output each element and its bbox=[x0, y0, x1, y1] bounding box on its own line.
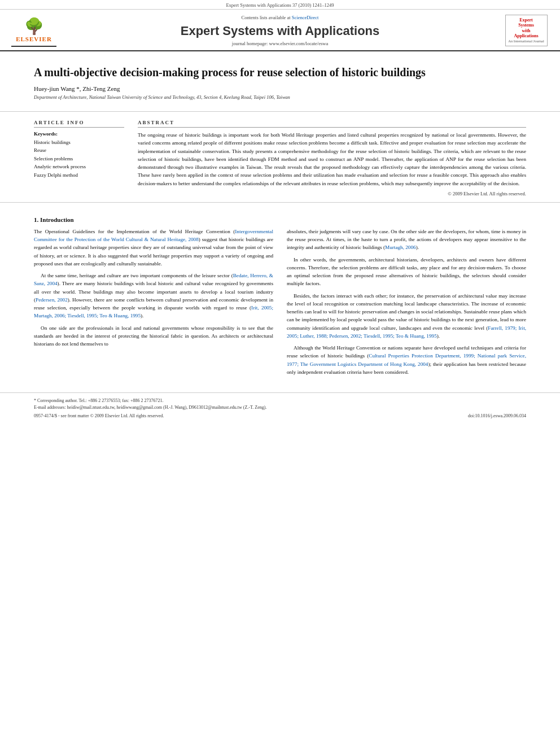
article-info-label: ARTICLE INFO bbox=[34, 120, 124, 128]
body-right-p3: Besides, the factors interact with each … bbox=[287, 292, 526, 340]
corresponding-note: * Corresponding author. Tel.: +886 2 273… bbox=[34, 397, 526, 404]
logo-title: ExpertSystemswithApplications bbox=[508, 18, 545, 39]
abstract-col: ABSTRACT The ongoing reuse of historic b… bbox=[138, 120, 526, 196]
body-left-p2: At the same time, heritage and culture a… bbox=[34, 272, 273, 320]
elsevier-tree-icon: 🌳 bbox=[24, 19, 44, 34]
ref-cultural-properties[interactable]: Cultural Properties Protection Departmen… bbox=[287, 353, 526, 366]
keyword-3: Selection problems bbox=[34, 155, 124, 163]
ref-irit[interactable]: Irit, 2005; Murtagh, 2006; Tiesdell, 199… bbox=[34, 305, 273, 318]
article-title: A multi-objective decision-making proces… bbox=[34, 65, 526, 80]
body-two-col: The Operational Guidelines for the Imple… bbox=[34, 228, 526, 380]
sciencedirect-link[interactable]: ScienceDirect bbox=[292, 15, 319, 20]
journal-homepage: journal homepage: www.elsevier.com/locat… bbox=[68, 41, 492, 46]
body-right-p1: absolutes, their judgments will vary cas… bbox=[287, 228, 526, 252]
top-bar: Expert Systems with Applications 37 (201… bbox=[0, 0, 560, 10]
journal-citation: Expert Systems with Applications 37 (201… bbox=[226, 2, 334, 8]
ref-murtagh[interactable]: Murtagh, 2006 bbox=[385, 244, 416, 250]
article-info-col: ARTICLE INFO Keywords: Historic building… bbox=[34, 120, 124, 196]
body-left-p1: The Operational Guidelines for the Imple… bbox=[34, 228, 273, 268]
email-note: E-mail addresses: heidiw@mail.ntust.edu.… bbox=[34, 404, 526, 411]
body-section: 1. Introduction The Operational Guidelin… bbox=[0, 203, 560, 388]
article-header: A multi-objective decision-making proces… bbox=[0, 51, 560, 112]
logo-subtitle: An International Journal bbox=[508, 39, 545, 43]
journal-logo-right: ExpertSystemswithApplications An Interna… bbox=[504, 15, 549, 47]
article-info-abstract-section: ARTICLE INFO Keywords: Historic building… bbox=[0, 112, 560, 203]
keyword-2: Reuse bbox=[34, 146, 124, 154]
journal-title: Expert Systems with Applications bbox=[68, 24, 492, 38]
section1-heading: 1. Introduction bbox=[34, 216, 526, 223]
ref-intergovernmental[interactable]: Intergovernmental Committee for the Prot… bbox=[34, 229, 273, 242]
copyright-line: © 2009 Elsevier Ltd. All rights reserved… bbox=[138, 191, 526, 196]
footer-bottom: 0957-4174/$ - see front matter © 2009 El… bbox=[34, 413, 526, 418]
body-right-p2: In other words, the governments, archite… bbox=[287, 256, 526, 288]
body-left-col: The Operational Guidelines for the Imple… bbox=[34, 228, 273, 380]
keyword-1: Historic buildings bbox=[34, 138, 124, 146]
footer-issn: 0957-4174/$ - see front matter © 2009 El… bbox=[34, 413, 164, 418]
journal-center: Contents lists available at ScienceDirec… bbox=[56, 15, 504, 46]
abstract-label: ABSTRACT bbox=[138, 120, 526, 128]
keyword-4: Analytic network process bbox=[34, 163, 124, 171]
keywords-list: Historic buildings Reuse Selection probl… bbox=[34, 138, 124, 179]
journal-header: 🌳 ELSEVIER Contents lists available at S… bbox=[0, 10, 560, 51]
contents-availability: Contents lists available at ScienceDirec… bbox=[68, 15, 492, 20]
body-left-p3: On one side are the professionals in loc… bbox=[34, 324, 273, 348]
elsevier-brand-label: ELSEVIER bbox=[16, 36, 52, 42]
keywords-label: Keywords: bbox=[34, 131, 124, 137]
abstract-text: The ongoing reuse of historic buildings … bbox=[138, 131, 526, 187]
ref-bedate[interactable]: Bedate, Herrero, & Sanz, 2004 bbox=[34, 273, 273, 286]
footer-area: * Corresponding author. Tel.: +886 2 273… bbox=[0, 392, 560, 421]
body-right-col: absolutes, their judgments will vary cas… bbox=[287, 228, 526, 380]
keyword-5: Fuzzy Delphi method bbox=[34, 171, 124, 179]
article-authors: Huey-jiun Wang *, Zhi-Teng Zeng bbox=[34, 85, 526, 92]
journal-logo-box: ExpertSystemswithApplications An Interna… bbox=[505, 15, 548, 47]
article-affiliation: Department of Architecture, National Tai… bbox=[34, 94, 526, 100]
ref-farrell[interactable]: Farrell, 1979; Irit, 2005; Luther, 1988;… bbox=[287, 325, 526, 339]
ref-pedersen[interactable]: Pedersen, 2002 bbox=[36, 297, 68, 303]
body-right-p4: Although the World Heritage Convention o… bbox=[287, 344, 526, 376]
footer-doi: doi:10.1016/j.eswa.2009.06.034 bbox=[468, 413, 526, 418]
elsevier-logo: 🌳 ELSEVIER bbox=[11, 14, 56, 47]
